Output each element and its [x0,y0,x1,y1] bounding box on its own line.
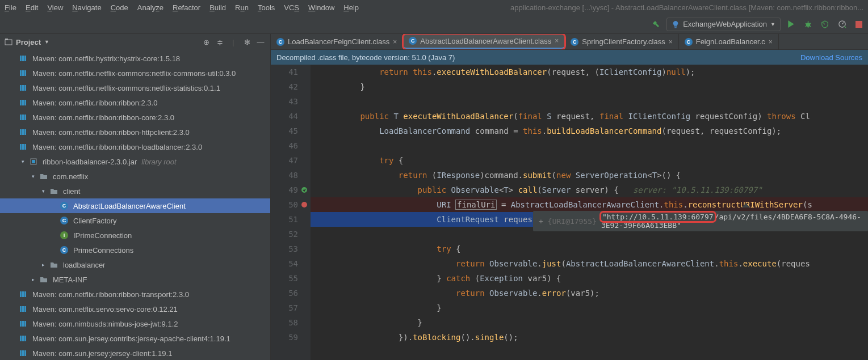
line-number[interactable]: 44 [271,109,298,124]
code-line[interactable]: return (IResponse)command.submit(new Ser… [311,168,868,183]
gear-icon[interactable]: ✻ [242,37,252,47]
tree-item[interactable]: ▾com.netflix [0,169,270,184]
line-number[interactable]: 57 [271,300,298,315]
line-number[interactable]: 45 [271,124,298,138]
line-number[interactable]: 42 [271,79,298,94]
code-line[interactable] [311,94,868,109]
tree-item[interactable]: CClientFactory [0,213,270,228]
close-icon[interactable]: × [393,38,397,46]
stop-icon[interactable] [852,18,866,31]
tree-item[interactable]: ▸loadbalancer [0,257,270,272]
editor-tab[interactable]: CSpringClientFactory.class× [565,34,678,49]
code-line[interactable]: try { [311,242,868,256]
expander-open-icon[interactable]: ▾ [22,159,27,164]
close-icon[interactable]: × [555,37,559,45]
line-number[interactable]: 55 [271,271,298,286]
menu-refactor[interactable]: Refactor [173,3,200,12]
line-number[interactable]: 50 [271,197,298,212]
code-line[interactable]: return Observable.error(var5); [311,286,868,300]
code-line[interactable]: LoadBalancerCommand command = this.build… [311,124,868,138]
tree-item[interactable]: Maven: com.netflix.ribbon:ribbon-core:2.… [0,110,270,125]
line-number[interactable]: 53 [271,242,298,256]
line-number[interactable]: 54 [271,256,298,271]
tree-item[interactable]: Maven: com.netflix.ribbon:ribbon-loadbal… [0,139,270,154]
expander-open-icon[interactable]: ▾ [42,188,48,194]
line-number[interactable]: 56 [271,286,298,300]
tree-item[interactable]: ▸META-INF [0,272,270,287]
code-line[interactable]: }).toBlocking().single(); [311,330,868,345]
expand-plus-icon[interactable]: + [539,217,543,226]
line-number[interactable]: 51 [271,212,298,227]
line-number[interactable]: 41 [271,65,298,79]
code-line[interactable]: return this.executeWithLoadBalancer(requ… [311,65,868,79]
code-line[interactable]: } catch (Exception var5) { [311,271,868,286]
editor-tab[interactable]: CLoadBalancerFeignClient.class× [271,34,403,49]
menu-tools[interactable]: Tools [258,3,275,12]
tree-item[interactable]: Maven: com.sun.jersey:jersey-client:1.19… [0,346,270,360]
build-icon[interactable] [649,18,663,31]
expander-closed-icon[interactable]: ▸ [42,262,48,268]
chevron-down-icon[interactable]: ▼ [44,39,49,45]
code-line[interactable]: } [311,315,868,330]
line-number[interactable]: 46 [271,138,298,153]
coverage-icon[interactable] [818,18,832,31]
menu-file[interactable]: File [5,3,16,12]
code-line[interactable]: public Observable<T> call(Server server)… [311,183,868,197]
tree-item[interactable]: Maven: com.sun.jersey.contribs:jersey-ap… [0,331,270,346]
menu-edit[interactable]: Edit [26,3,38,12]
menu-code[interactable]: Code [111,3,128,12]
menu-view[interactable]: View [47,3,63,12]
line-number[interactable]: 52 [271,227,298,242]
recursive-call-icon[interactable] [299,183,309,197]
tree-item[interactable]: CPrimeConnections [0,243,270,257]
code-line[interactable] [311,138,868,153]
line-number[interactable]: 59 [271,330,298,345]
line-number[interactable]: 49 [271,183,298,197]
expander-closed-icon[interactable]: ▸ [32,277,37,282]
run-icon[interactable] [784,18,798,31]
tree-item[interactable]: Maven: com.netflix.ribbon:ribbon:2.3.0 [0,95,270,110]
tree-item[interactable]: IIPrimeConnection [0,228,270,243]
hide-icon[interactable]: — [255,37,266,47]
line-number[interactable]: 43 [271,94,298,109]
line-number[interactable]: 48 [271,168,298,183]
menu-navigate[interactable]: Navigate [72,3,101,12]
tree-item[interactable]: Maven: com.netflix.netflix-commons:netfl… [0,81,270,95]
code-line[interactable]: URI finalUri = AbstractLoadBalancerAware… [311,197,868,212]
tree-item[interactable]: Maven: com.nimbusds:nimbus-jose-jwt:9.1.… [0,316,270,331]
menu-build[interactable]: Build [209,3,226,12]
tree-item[interactable]: CAbstractLoadBalancerAwareClient [0,198,270,213]
code-line[interactable]: try { [311,153,868,168]
editor-tab[interactable]: CAbstractLoadBalancerAwareClient.class× [403,34,565,49]
line-number[interactable]: 58 [271,315,298,330]
code-line[interactable]: public T executeWithLoadBalancer(final S… [311,109,868,124]
tree-item[interactable]: ▾client [0,184,270,198]
tree-item[interactable]: Maven: com.netflix.hystrix:hystrix-core:… [0,51,270,66]
menu-analyze[interactable]: Analyze [137,3,163,12]
debug-value-tooltip[interactable]: + {URI@17955} "http://10.5.11.139:60797/… [533,211,868,231]
download-sources-link[interactable]: Download Sources [800,53,862,62]
code-line[interactable]: } [311,79,868,94]
menu-window[interactable]: Window [308,3,334,12]
locate-icon[interactable]: ⊕ [201,37,211,47]
expander-open-icon[interactable]: ▾ [32,173,37,179]
close-icon[interactable]: × [669,38,673,46]
menu-vcs[interactable]: VCS [284,3,299,12]
tree-item[interactable]: Maven: com.netflix.netflix-commons:netfl… [0,66,270,81]
code-line[interactable]: } [311,300,868,315]
menu-run[interactable]: Run [235,3,249,12]
tree-item[interactable]: Maven: com.netflix.ribbon:ribbon-transpo… [0,287,270,302]
tree-item[interactable]: Maven: com.netflix.servo:servo-core:0.12… [0,302,270,316]
debug-icon[interactable] [801,18,815,31]
project-tree[interactable]: Maven: com.netflix.hystrix:hystrix-core:… [0,50,270,360]
expand-icon[interactable]: ≑ [215,37,225,47]
code-line[interactable]: return Observable.just(AbstractLoadBalan… [311,256,868,271]
tree-item[interactable]: ▾ribbon-loadbalancer-2.3.0.jarlibrary ro… [0,154,270,169]
editor-tab[interactable]: CFeignLoadBalancer.c× [679,34,779,49]
close-icon[interactable]: × [769,38,773,46]
line-number[interactable]: 47 [271,153,298,168]
run-configuration-selector[interactable]: ExchangeWebApplication ▼ [666,18,781,31]
breakpoint-icon[interactable] [299,197,309,212]
tree-item[interactable]: Maven: com.netflix.ribbon:ribbon-httpcli… [0,125,270,139]
profile-icon[interactable] [835,18,849,31]
